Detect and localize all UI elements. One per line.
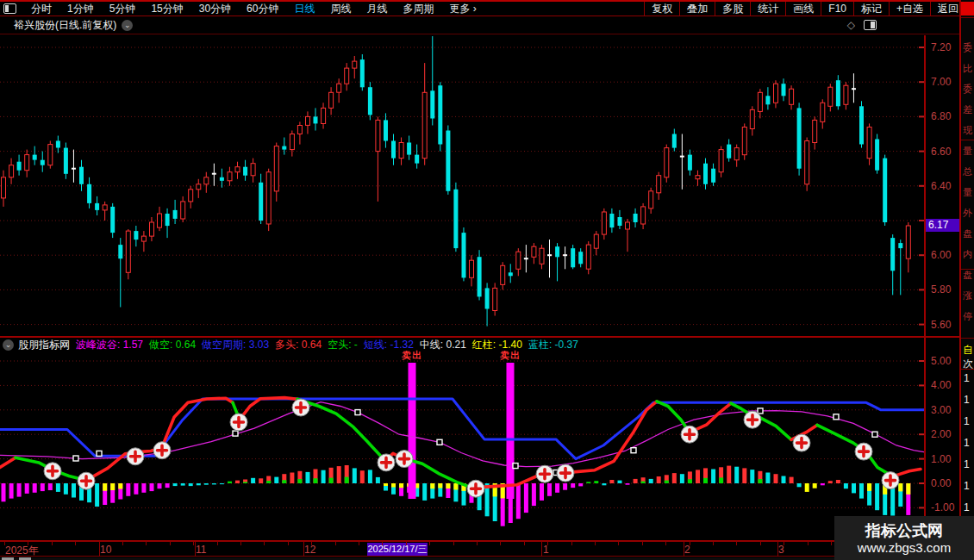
strip-char: 涨 bbox=[963, 289, 972, 302]
watermark-title: 指标公式网 bbox=[865, 521, 943, 540]
strip-char: 总 bbox=[963, 165, 972, 178]
tab-30分钟[interactable]: 30分钟 bbox=[191, 2, 239, 16]
tab-日线[interactable]: 日线 bbox=[286, 2, 322, 16]
tab-5分钟[interactable]: 5分钟 bbox=[102, 2, 144, 16]
strip-char: 量 bbox=[963, 186, 972, 199]
axis-tick bbox=[240, 542, 241, 545]
period-toolbar: 分时1分钟5分钟15分钟30分钟60分钟日线周线月线多周期更多 › 复权叠加多股… bbox=[0, 0, 974, 16]
window-panel-icon[interactable] bbox=[3, 3, 16, 14]
strip-separator bbox=[961, 338, 974, 339]
chart-right-border bbox=[924, 35, 926, 557]
button-F10[interactable]: F10 bbox=[821, 2, 853, 16]
strip-char: 内 bbox=[963, 248, 972, 261]
selected-date-badge: 2025/12/17/三 bbox=[367, 543, 428, 556]
button-画线[interactable]: 画线 bbox=[785, 2, 821, 16]
x-label-2025年: 2025年 bbox=[5, 544, 39, 558]
right-cut-panel: 自 次 委比委差现量总量外盘内盘涨停11111111 bbox=[961, 0, 974, 560]
indicator-field-波峰波谷: 波峰波谷: 1.57 bbox=[76, 338, 143, 352]
axis-tick bbox=[642, 542, 643, 545]
axis-tick bbox=[311, 542, 312, 545]
x-label-3: 3 bbox=[778, 544, 784, 556]
diamond-icon[interactable]: ◇ bbox=[847, 19, 855, 31]
time-axis[interactable]: 2025/12/17/三 2025年101112123 bbox=[0, 541, 959, 557]
cutoff-red-button[interactable] bbox=[961, 2, 974, 16]
tab-月线[interactable]: 月线 bbox=[359, 2, 395, 16]
strip-char: 比 bbox=[963, 62, 972, 75]
tab-60分钟[interactable]: 60分钟 bbox=[239, 2, 286, 16]
axis-tick bbox=[288, 542, 289, 545]
axis-tick bbox=[28, 542, 28, 545]
tab-周线[interactable]: 周线 bbox=[322, 2, 359, 16]
axis-tick bbox=[760, 542, 761, 545]
strip-digit: 1 bbox=[964, 458, 970, 470]
strip-separator bbox=[961, 17, 974, 18]
strip-digit: 1 bbox=[964, 480, 970, 492]
watermark: 指标公式网 www.zbgs3.com bbox=[834, 516, 974, 560]
axis-tick bbox=[217, 542, 218, 545]
strip-separator bbox=[961, 269, 974, 270]
chevron-down-icon[interactable]: ⌄ bbox=[122, 20, 133, 31]
strip-highlight-char: 自 bbox=[963, 343, 973, 358]
indicator-field-中线: 中线: 0.21 bbox=[420, 338, 466, 352]
title-bar-icons: ◇ bbox=[847, 19, 877, 31]
x-label-2: 2 bbox=[684, 544, 690, 556]
tab-15分钟[interactable]: 15分钟 bbox=[143, 2, 190, 16]
strip-digit: 1 bbox=[964, 394, 970, 406]
strip-char: 委 bbox=[963, 83, 972, 96]
indicator-chevron-icon[interactable]: ⌄ bbox=[3, 339, 14, 351]
button-复权[interactable]: 复权 bbox=[644, 2, 679, 16]
tab-多周期[interactable]: 多周期 bbox=[395, 2, 441, 16]
strip-char: 差 bbox=[963, 103, 972, 116]
app-window: 分时1分钟5分钟15分钟30分钟60分钟日线周线月线多周期更多 › 复权叠加多股… bbox=[0, 0, 974, 560]
indicator-field-蓝柱: 蓝柱: -0.37 bbox=[528, 338, 578, 352]
button-叠加[interactable]: 叠加 bbox=[679, 2, 715, 16]
strip-char: 盘 bbox=[963, 269, 972, 282]
price-tick-6.00: 6.00 bbox=[931, 249, 951, 261]
watermark-url: www.zbgs3.com bbox=[858, 540, 951, 556]
axis-tick bbox=[665, 542, 666, 545]
button-多股[interactable]: 多股 bbox=[715, 2, 750, 16]
axis-tick bbox=[75, 542, 76, 545]
strip-separator bbox=[961, 140, 974, 140]
ind-tick-1.00: 1.00 bbox=[931, 453, 951, 465]
sell-signal-label: 卖出 bbox=[500, 349, 521, 362]
month-separator bbox=[684, 542, 684, 557]
tab-分时[interactable]: 分时 bbox=[23, 2, 59, 16]
axis-tick bbox=[193, 542, 194, 545]
button-标记[interactable]: 标记 bbox=[853, 2, 889, 16]
month-separator bbox=[303, 542, 304, 557]
strip-digit: 1 bbox=[964, 372, 970, 384]
axis-tick bbox=[690, 542, 690, 545]
ind-tick-4.00: 4.00 bbox=[931, 379, 951, 391]
month-separator bbox=[777, 542, 778, 557]
strip-char: 停 bbox=[963, 310, 972, 323]
tab-1分钟[interactable]: 1分钟 bbox=[59, 2, 102, 16]
axis-tick bbox=[547, 542, 548, 545]
month-separator bbox=[195, 542, 196, 557]
axis-tick bbox=[52, 542, 53, 545]
axis-tick bbox=[784, 542, 784, 545]
candlestick-chart[interactable] bbox=[0, 35, 926, 337]
strip-char: 盘 bbox=[963, 227, 972, 240]
indicator-header: ⌄ 股朋指标网 波峰波谷: 1.57做空: 0.64做空周期: 3.03多头: … bbox=[0, 338, 926, 352]
stock-title: 裕兴股份(日线.前复权) bbox=[14, 18, 116, 33]
axis-tick bbox=[122, 542, 123, 545]
axis-tick bbox=[808, 542, 809, 545]
layout-panel-icon[interactable] bbox=[864, 20, 877, 30]
axis-tick bbox=[500, 542, 501, 545]
x-label-1: 1 bbox=[543, 544, 549, 556]
button-统计[interactable]: 统计 bbox=[750, 2, 785, 16]
tab-更多 ›[interactable]: 更多 › bbox=[441, 2, 484, 16]
title-bar: 裕兴股份(日线.前复权) ⌄ ◇ bbox=[0, 16, 959, 34]
x-label-11: 11 bbox=[196, 544, 206, 556]
indicator-site-label: 股朋指标网 bbox=[18, 338, 70, 352]
strip-digit: 1 bbox=[964, 415, 970, 427]
axis-tick bbox=[571, 542, 572, 545]
indicator-chart[interactable] bbox=[0, 352, 926, 540]
x-label-10: 10 bbox=[100, 544, 111, 556]
button-+自选[interactable]: +自选 bbox=[889, 2, 930, 16]
axis-tick bbox=[359, 542, 359, 545]
price-tick-5.80: 5.80 bbox=[931, 283, 951, 296]
axis-tick bbox=[453, 542, 454, 545]
ind-tick-3.00: 3.00 bbox=[931, 404, 951, 416]
